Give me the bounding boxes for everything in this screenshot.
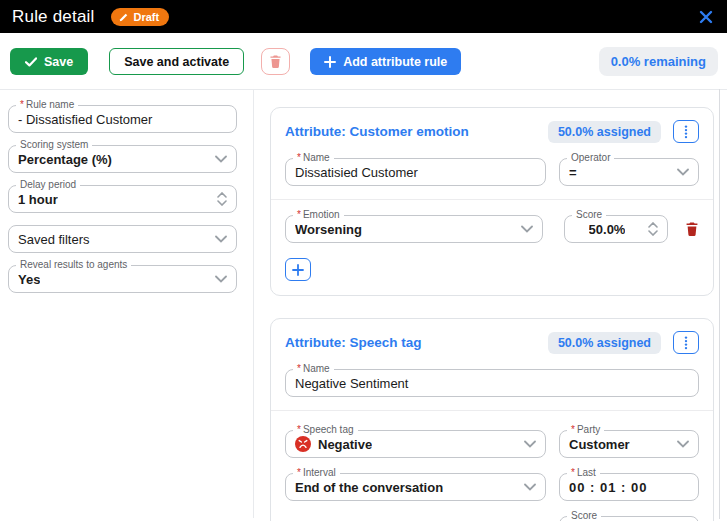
- card-divider: [271, 199, 713, 200]
- card-title: Attribute: Customer emotion: [285, 124, 469, 139]
- party-select[interactable]: * Party Customer: [559, 430, 699, 458]
- chevron-down-icon: [215, 235, 227, 243]
- rule-name-input[interactable]: [18, 112, 227, 127]
- reveal-results-label: Reveal results to agents: [16, 259, 131, 270]
- reveal-results-value: Yes: [18, 272, 40, 287]
- attribute-name-label: * Name: [293, 363, 334, 374]
- chevron-down-icon: [215, 155, 227, 163]
- attribute-name-label: * Name: [293, 152, 334, 163]
- last-value: 00 : 01 : 00: [569, 480, 648, 495]
- status-badge-label: Draft: [134, 11, 160, 23]
- save-button[interactable]: Save: [10, 48, 88, 75]
- plus-icon: [292, 264, 304, 276]
- page-title: Rule detail: [12, 7, 95, 27]
- delay-period-value: 1 hour: [18, 192, 58, 207]
- plus-icon: [324, 56, 336, 68]
- rule-settings-panel: * Rule name Scoring system Percentage (%…: [0, 90, 254, 518]
- last-duration-field[interactable]: * Last 00 : 01 : 00: [559, 473, 699, 501]
- delay-period-label: Delay period: [16, 179, 80, 190]
- close-icon: [699, 10, 713, 24]
- trash-icon: [269, 54, 282, 69]
- attribute-name-input[interactable]: [295, 165, 536, 180]
- chevron-down-icon: [677, 168, 689, 176]
- toolbar: Save Save and activate Add attribute rul…: [0, 33, 727, 90]
- score-field[interactable]: Score 50.0%: [559, 516, 699, 521]
- scoring-system-select[interactable]: Scoring system Percentage (%): [8, 145, 237, 173]
- score-label: Score: [572, 209, 606, 220]
- chevron-down-icon: [524, 483, 536, 491]
- chevron-down-icon: [524, 440, 536, 448]
- speech-tag-label: * Speech tag: [293, 424, 358, 435]
- attribute-name-input[interactable]: [295, 376, 689, 391]
- delay-period-field[interactable]: Delay period 1 hour: [8, 185, 237, 213]
- reveal-results-select[interactable]: Reveal results to agents Yes: [8, 265, 237, 293]
- chevron-down-icon: [215, 275, 227, 283]
- trash-icon: [685, 221, 699, 237]
- operator-select[interactable]: Operator =: [559, 158, 699, 186]
- required-asterisk: *: [20, 99, 24, 110]
- assigned-badge: 50.0% assigned: [548, 121, 661, 143]
- rule-name-label: * Rule name: [16, 99, 78, 110]
- status-badge: Draft: [111, 8, 170, 26]
- attribute-card-customer-emotion: Attribute: Customer emotion 50.0% assign…: [270, 107, 714, 296]
- saved-filters-value: Saved filters: [18, 232, 90, 247]
- interval-label: * Interval: [293, 467, 340, 478]
- scoring-system-value: Percentage (%): [18, 152, 112, 167]
- card-menu-button[interactable]: [673, 331, 699, 354]
- chevron-down-icon: [677, 440, 689, 448]
- operator-label: Operator: [567, 152, 614, 163]
- add-attribute-rule-button[interactable]: Add attribute rule: [310, 48, 461, 75]
- title-bar: Rule detail Draft: [0, 0, 727, 33]
- remaining-badge: 0.0% remaining: [599, 47, 718, 76]
- save-and-activate-button[interactable]: Save and activate: [109, 48, 244, 75]
- panel-scrollbar[interactable]: [719, 89, 720, 519]
- interval-select[interactable]: * Interval End of the conversation: [285, 473, 546, 501]
- attribute-name-field[interactable]: * Name: [285, 158, 546, 186]
- attribute-rules-panel: Attribute: Customer emotion 50.0% assign…: [254, 90, 727, 518]
- party-value: Customer: [569, 437, 630, 452]
- last-label: * Last: [567, 467, 600, 478]
- card-menu-button[interactable]: [673, 120, 699, 143]
- interval-value: End of the conversation: [295, 480, 443, 495]
- content-area: * Rule name Scoring system Percentage (%…: [0, 90, 727, 518]
- attribute-name-field[interactable]: * Name: [285, 369, 699, 397]
- scoring-system-label: Scoring system: [16, 139, 92, 150]
- kebab-icon: [684, 336, 688, 350]
- save-and-activate-label: Save and activate: [124, 55, 229, 69]
- saved-filters-select[interactable]: Saved filters: [8, 225, 237, 253]
- pencil-icon: [119, 12, 129, 22]
- emotion-label: * Emotion: [293, 209, 344, 220]
- add-condition-button[interactable]: [285, 258, 311, 281]
- negative-emotion-icon: [295, 436, 311, 452]
- delete-condition-button[interactable]: [685, 215, 699, 243]
- score-label: Score: [567, 510, 601, 521]
- close-button[interactable]: [697, 8, 715, 26]
- operator-value: =: [569, 165, 577, 180]
- add-attribute-rule-label: Add attribute rule: [343, 55, 447, 69]
- emotion-value: Worsening: [295, 222, 362, 237]
- speech-tag-select[interactable]: * Speech tag Negative: [285, 430, 546, 458]
- rule-name-field[interactable]: * Rule name: [8, 105, 237, 133]
- speech-tag-value: Negative: [318, 437, 372, 452]
- score-stepper[interactable]: [648, 222, 658, 236]
- attribute-card-speech-tag: Attribute: Speech tag 50.0% assigned * N…: [270, 318, 714, 521]
- delete-rule-button[interactable]: [261, 48, 290, 75]
- check-icon: [25, 57, 37, 67]
- card-title: Attribute: Speech tag: [285, 335, 422, 350]
- kebab-icon: [684, 125, 688, 139]
- card-divider: [271, 410, 713, 411]
- emotion-select[interactable]: * Emotion Worsening: [285, 215, 543, 243]
- party-label: * Party: [567, 424, 604, 435]
- score-field[interactable]: Score 50.0%: [564, 215, 668, 243]
- save-button-label: Save: [44, 55, 73, 69]
- delay-period-stepper[interactable]: [217, 192, 227, 206]
- assigned-badge: 50.0% assigned: [548, 332, 661, 354]
- score-value: 50.0%: [589, 222, 626, 237]
- chevron-down-icon: [521, 225, 533, 233]
